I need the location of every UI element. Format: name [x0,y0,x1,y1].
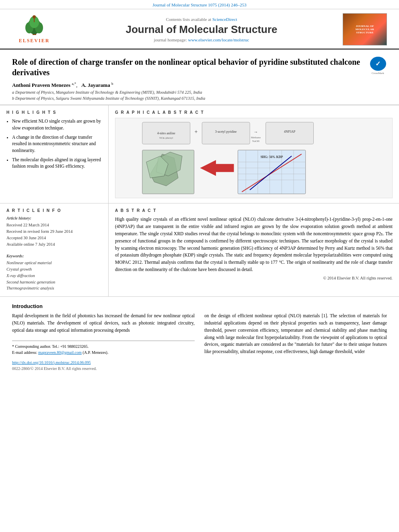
svg-text:4-nitro aniline: 4-nitro aniline [157,131,176,135]
svg-text:3-acetyl pyridine: 3-acetyl pyridine [215,130,237,134]
keyword-5: Thermogravimetric analysis [6,285,102,292]
author-2-name: A. Jayarama [81,82,110,88]
highlights-label: H I G H L I G H T S [6,110,102,115]
doi-link[interactable]: http://dx.doi.org/10.1016/j.molstruc.201… [12,360,91,365]
article-title: Role of direction of charge transfer on … [12,57,369,78]
affiliation-a: a Department of Physics, Mangalore Insti… [12,90,387,94]
article-info-label: A R T I C L E I N F O [6,208,102,213]
journal-cover-area: JOURNAL OFMOLECULARSTRUCTURE [343,13,391,45]
main-right-col: on the design of efficient nonlinear opt… [204,312,387,371]
page-wrapper: Journal of Molecular Structure 1075 (201… [0,0,399,378]
intro-left-para: Rapid development in the field of photon… [12,312,195,334]
highlights-list: New efficient NLO single crystals are gr… [6,118,102,170]
intro-right-para: on the design of efficient nonlinear opt… [204,312,387,355]
author-2-sup: b [111,82,113,86]
author-1-name: Anthoni Praveen Menezes [12,82,70,88]
sciencedirect-line: Contents lists available at ScienceDirec… [60,17,343,22]
available-date: Available online 7 July 2014 [6,241,102,248]
svg-marker-22 [200,160,234,176]
doi-bar: http://dx.doi.org/10.1016/j.molstruc.201… [12,359,195,366]
elsevier-wordmark: ELSEVIER [19,38,50,44]
revised-date: Received in revised form 29 June 2014 [6,228,102,235]
main-left-col: Rapid development in the field of photon… [12,312,195,371]
main-content: Introduction Rapid development in the fi… [0,297,399,378]
highlight-item-2: A change in the direction of charge tran… [12,134,102,154]
copyright-line: © 2014 Elsevier B.V. All rights reserved… [115,276,393,280]
article-info-col: A R T I C L E I N F O Article history: R… [0,203,109,296]
email-line: E-mail address: mapraveen.80@gmail.com (… [12,349,195,355]
journal-top-bar: Journal of Molecular Structure 1075 (201… [0,0,399,9]
svg-text:NO₂-phenyl: NO₂-phenyl [159,137,173,140]
abstract-col: A B S T R A C T High quality single crys… [109,203,399,296]
svg-point-5 [33,15,36,18]
elsevier-tree-icon [21,15,47,37]
highlight-item-3: The molecular dipoles aligned in zigzag … [12,156,102,170]
keyword-3: X-ray diffraction [6,273,102,279]
email-label: E-mail address: [12,350,37,355]
highlights-col: H I G H L I G H T S New efficient NLO si… [0,105,109,203]
svg-text:SHG: 56% KDP: SHG: 56% KDP [261,155,283,159]
journal-homepage: journal homepage: www.elsevier.com/locat… [60,37,343,42]
abstract-label: A B S T R A C T [115,208,393,213]
graphical-abstract-col: G R A P H I C A L A B S T R A C T 4-nitr… [109,105,399,203]
article-title-section: Role of direction of charge transfer on … [0,49,399,105]
svg-text:+: + [195,129,198,135]
authors-line: Anthoni Praveen Menezes a,*, A. Jayarama… [12,82,387,88]
journal-citation: Journal of Molecular Structure 1075 (201… [152,2,246,7]
highlight-item-1: New efficient NLO single crystals are gr… [12,118,102,131]
crossmark-icon[interactable]: ✓ [370,57,386,71]
email-suffix: (A.P. Menezes). [83,350,109,355]
keywords-list: Nonlinear optical material Crystal growt… [6,260,102,292]
keyword-4: Second harmonic generation [6,279,102,286]
highlights-graphical-section: H I G H L I G H T S New efficient NLO si… [0,105,399,203]
graphical-abstract-svg: 4-nitro aniline NO₂-phenyl + 3-acetyl py… [115,118,392,198]
author-1-sup: a,* [72,82,76,86]
journal-homepage-link[interactable]: www.elsevier.com/locate/molstruc [188,37,249,42]
svg-text:Methano: Methano [251,136,261,139]
article-history-label: Article history: [6,216,102,220]
graphical-abstract-label: G R A P H I C A L A B S T R A C T [115,110,393,115]
svg-text:NaOH: NaOH [252,140,259,143]
abstract-text: High quality single crystals of an effic… [115,216,393,273]
crossmark-label: CrossMark [372,72,384,75]
crossmark-badge[interactable]: ✓ CrossMark [369,57,387,75]
svg-text:4NP3AP: 4NP3AP [284,130,296,134]
journal-cover-image: JOURNAL OFMOLECULARSTRUCTURE [343,13,387,45]
introduction-title: Introduction [12,303,387,309]
corresponding-author-note: * Corresponding author. Tel.: +91 988022… [12,343,195,349]
journal-title: Journal of Molecular Structure [60,23,343,36]
footnote-area: * Corresponding author. Tel.: +91 988022… [12,341,195,372]
keyword-1: Nonlinear optical material [6,260,102,266]
issn-line: 0022-2860/© 2014 Elsevier B.V. All right… [12,366,195,372]
journal-header: ELSEVIER Contents lists available at Sci… [0,9,399,49]
info-abstract-section: A R T I C L E I N F O Article history: R… [0,203,399,297]
elsevier-logo-area: ELSEVIER [8,15,60,44]
sciencedirect-link[interactable]: ScienceDirect [212,17,237,22]
affiliation-b: b Department of Physics, Salguru Swami N… [12,96,387,101]
email-link[interactable]: mapraveen.80@gmail.com [38,350,82,355]
svg-text:→: → [254,129,258,134]
article-title-row: Role of direction of charge transfer on … [12,57,387,78]
graphical-abstract-image: 4-nitro aniline NO₂-phenyl + 3-acetyl py… [115,118,393,198]
accepted-date: Accepted 30 June 2014 [6,235,102,241]
elsevier-logo: ELSEVIER [8,15,60,44]
received-date: Received 22 March 2014 [6,222,102,228]
journal-center-info: Contents lists available at ScienceDirec… [60,17,343,42]
main-two-col: Rapid development in the field of photon… [12,312,387,371]
keywords-label: Keywords: [6,254,102,258]
keyword-2: Crystal growth [6,266,102,273]
